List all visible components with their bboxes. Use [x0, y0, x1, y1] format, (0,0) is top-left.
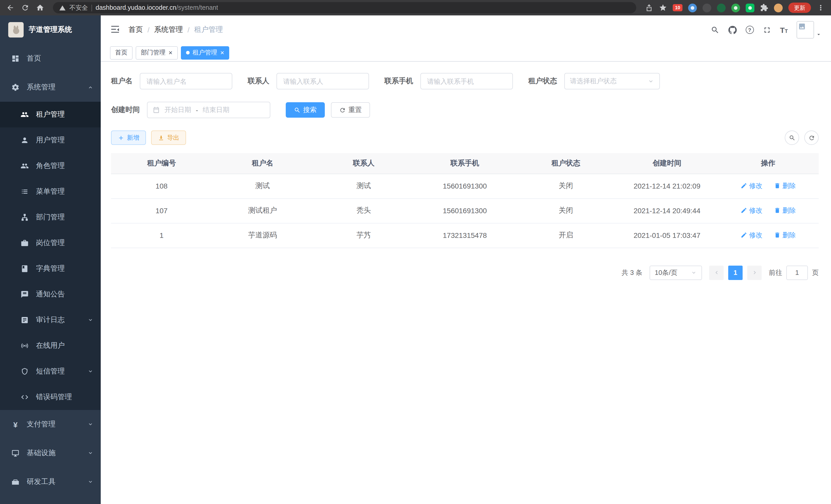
cell-status: 关闭	[515, 174, 617, 198]
refresh-icon	[808, 135, 815, 141]
extensions-puzzle-icon[interactable]	[760, 4, 768, 12]
extension-darkgreen-icon[interactable]	[717, 3, 726, 12]
gear-icon	[11, 83, 20, 91]
help-icon[interactable]: ?	[745, 26, 754, 34]
status-label: 租户状态	[528, 77, 557, 86]
extension-badge-icon[interactable]: 10	[673, 4, 683, 11]
refresh-table-button[interactable]	[804, 130, 819, 145]
sidebar-item-tenant[interactable]: 租户管理	[0, 102, 101, 127]
extension-green-icon[interactable]	[731, 3, 740, 12]
sidebar-item-errorcode[interactable]: 错误码管理	[0, 384, 101, 410]
sidebar-item-sms[interactable]: 短信管理	[0, 359, 101, 384]
sidebar-item-role[interactable]: 角色管理	[0, 153, 101, 179]
user-avatar[interactable]	[797, 21, 822, 38]
sidebar-item-devtools[interactable]: 研发工具	[0, 468, 101, 496]
sidebar-item-user[interactable]: 用户管理	[0, 127, 101, 153]
browser-home-button[interactable]	[36, 4, 44, 12]
breadcrumb-home[interactable]: 首页	[128, 25, 143, 34]
hide-search-button[interactable]	[785, 130, 799, 145]
sidebar-item-dict[interactable]: 字典管理	[0, 256, 101, 281]
reset-button[interactable]: 重置	[331, 102, 370, 118]
page-1-button[interactable]: 1	[728, 265, 743, 280]
header-search-icon[interactable]	[711, 25, 719, 34]
date-range-picker[interactable]: 开始日期 - 结束日期	[147, 102, 270, 118]
search-button[interactable]: 搜索	[286, 102, 325, 118]
close-tab-icon[interactable]: ×	[169, 49, 172, 56]
sidebar-item-post[interactable]: 岗位管理	[0, 230, 101, 256]
next-page-button[interactable]	[747, 265, 762, 280]
browser-back-button[interactable]	[6, 4, 15, 12]
tab-home[interactable]: 首页	[110, 46, 133, 59]
cell-name: 芋道源码	[212, 223, 313, 248]
briefcase-icon	[21, 239, 29, 247]
edit-button[interactable]: 修改	[740, 231, 763, 240]
status-select[interactable]: 请选择租户状态	[564, 73, 660, 89]
share-button[interactable]	[645, 4, 653, 12]
sidebar-item-pay[interactable]: ¥ 支付管理	[0, 410, 101, 439]
export-button[interactable]: 导出	[151, 130, 186, 145]
close-tab-icon[interactable]: ×	[220, 49, 224, 56]
app-logo[interactable]: 芋道管理系统	[0, 16, 101, 44]
column-header-created: 创建时间	[617, 153, 717, 174]
delete-button[interactable]: 删除	[774, 181, 796, 190]
browser-menu-kebab-button[interactable]	[816, 4, 825, 12]
contact-field: 联系人	[248, 73, 369, 89]
contact-label: 联系人	[248, 77, 269, 86]
add-button[interactable]: 新增	[111, 130, 146, 145]
pager: 1	[709, 265, 762, 280]
browser-reload-button[interactable]	[21, 4, 29, 12]
sidebar-item-infra[interactable]: 基础设施	[0, 439, 101, 468]
page-unit-label: 页	[812, 268, 819, 277]
collapse-sidebar-button[interactable]	[110, 24, 120, 36]
breadcrumb-separator: /	[188, 26, 190, 34]
cell-name: 测试	[212, 174, 313, 198]
security-warning-icon	[59, 4, 66, 11]
fullscreen-icon[interactable]	[763, 25, 771, 34]
user-icon	[21, 136, 29, 144]
screen: 不安全 dashboard.yudao.iocoder.cn/system/te…	[0, 0, 831, 504]
cell-contact: 测试	[313, 174, 414, 198]
sidebar-item-menu[interactable]: 菜单管理	[0, 179, 101, 205]
cell-id: 108	[111, 174, 212, 198]
end-date-input[interactable]: 结束日期	[203, 105, 229, 115]
bookmark-star-button[interactable]	[659, 4, 667, 12]
extension-dark-icon[interactable]	[703, 3, 711, 12]
address-bar[interactable]: 不安全 dashboard.yudao.iocoder.cn/system/te…	[53, 2, 636, 13]
column-header-id: 租户编号	[111, 153, 212, 174]
sidebar-item-home[interactable]: 首页	[0, 44, 101, 73]
tenant-name-input[interactable]	[140, 73, 232, 89]
extension-square-icon[interactable]	[746, 3, 754, 12]
page-size-select[interactable]: 10条/页	[650, 265, 702, 280]
font-size-icon[interactable]: TT	[780, 26, 788, 34]
extension-pin-icon[interactable]	[688, 3, 697, 12]
table-row: 1 芋道源码 芋艿 17321315478 开启 2021-01-05 17:0…	[111, 223, 819, 248]
tab-dept[interactable]: 部门管理 ×	[136, 46, 177, 59]
breadcrumb-system[interactable]: 系统管理	[154, 25, 183, 34]
start-date-input[interactable]: 开始日期	[165, 105, 191, 115]
delete-button[interactable]: 删除	[774, 206, 796, 215]
phone-input[interactable]	[420, 73, 513, 89]
prev-page-button[interactable]	[709, 265, 724, 280]
edit-button[interactable]: 修改	[740, 181, 763, 190]
monitor-icon	[11, 449, 20, 457]
table-header: 租户编号 租户名 联系人 联系手机 租户状态 创建时间 操作	[111, 153, 819, 174]
chevron-down-icon	[87, 368, 93, 375]
chevron-left-icon	[713, 269, 720, 276]
contact-input[interactable]	[277, 73, 369, 89]
sidebar-item-auditlog[interactable]: 审计日志	[0, 307, 101, 333]
sidebar-item-system[interactable]: 系统管理	[0, 73, 101, 102]
search-icon	[294, 107, 300, 113]
avatar-caret-down-icon	[815, 31, 822, 37]
tab-tenant[interactable]: 租户管理 ×	[181, 46, 229, 59]
breadcrumb: 首页 / 系统管理 / 租户管理	[128, 25, 223, 34]
sidebar-item-online[interactable]: 在线用户	[0, 333, 101, 359]
github-icon[interactable]	[728, 25, 737, 34]
edit-button[interactable]: 修改	[740, 206, 763, 215]
sidebar-item-dept[interactable]: 部门管理	[0, 205, 101, 230]
goto-page-input[interactable]	[786, 265, 808, 280]
browser-profile-avatar[interactable]	[774, 3, 783, 12]
sidebar-item-notice[interactable]: 通知公告	[0, 281, 101, 307]
delete-button[interactable]: 删除	[774, 231, 796, 240]
table-row: 107 测试租户 秃头 15601691300 关闭 2021-12-14 20…	[111, 198, 819, 223]
browser-update-button[interactable]: 更新	[789, 3, 811, 13]
